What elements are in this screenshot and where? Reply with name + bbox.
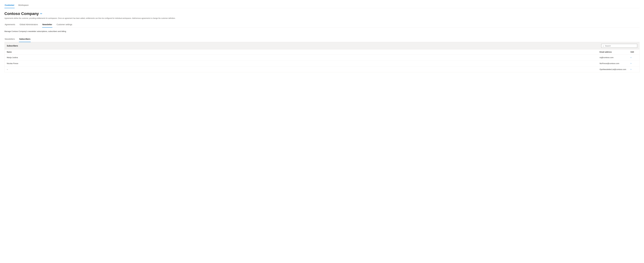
subscriber-edit-cell: › — [628, 66, 640, 72]
subscriber-edit-cell: › — [628, 55, 640, 61]
subscriber-email: mj@contoso.com — [598, 55, 628, 61]
table-row: Marija Justinamj@contoso.com› — [4, 55, 640, 61]
inner-tab-newsletters[interactable]: Newsletters — [4, 37, 15, 42]
col-header-edit: Edit — [628, 50, 640, 55]
subscriber-name: Marija Justina — [4, 55, 598, 61]
top-nav-item-customer[interactable]: Customer — [4, 3, 15, 8]
table-row: --OpsNewsletterList@contoso.com› — [4, 66, 640, 72]
section-description: Manage Contoso Company's newsletter subs… — [4, 30, 640, 32]
col-header-name: Name — [4, 50, 598, 55]
subscriber-edit-cell: › — [628, 61, 640, 66]
search-input[interactable] — [605, 45, 636, 47]
panel-header: Subscribers ⌕ — [4, 42, 640, 50]
edit-icon[interactable]: ✏ — [40, 12, 42, 15]
panel-header-title: Subscribers — [7, 45, 18, 47]
table-row: Nicolas PonceNicPonce@contoso.com› — [4, 61, 640, 66]
top-navigation: Customer Workspace — [4, 3, 640, 8]
page-title-area: Contoso Company ✏ — [4, 12, 640, 16]
table-header-row: Name Email address Edit — [4, 50, 640, 55]
search-icon: ⌕ — [603, 45, 604, 47]
subscribers-panel: Subscribers ⌕ Name Email address Edit Ma… — [4, 42, 640, 72]
secondary-nav-agreements[interactable]: Agreements — [4, 22, 15, 28]
inner-tab-subscribers[interactable]: Subscribers — [19, 37, 31, 42]
subscriber-edit-button[interactable]: › — [630, 68, 631, 71]
page-title: Contoso Company — [4, 12, 39, 16]
subscriber-email: OpsNewsletterList@contoso.com — [598, 66, 628, 72]
subscriber-name: -- — [4, 66, 598, 72]
secondary-nav-customer-settings[interactable]: Customer settings — [56, 22, 72, 28]
subscriber-name: Nicolas Ponce — [4, 61, 598, 66]
subscriber-edit-button[interactable]: › — [630, 62, 631, 65]
subscriber-email: NicPonce@contoso.com — [598, 61, 628, 66]
subscribers-table: Name Email address Edit Marija Justinamj… — [4, 50, 640, 72]
secondary-navigation: Agreements Global Administrators Newslet… — [4, 22, 640, 28]
inner-tabs: Newsletters Subscribers — [4, 37, 640, 42]
top-nav-item-workspace[interactable]: Workspace — [18, 3, 29, 8]
col-header-email: Email address — [598, 50, 628, 55]
subscriber-edit-button[interactable]: › — [630, 56, 631, 59]
secondary-nav-global-administrators[interactable]: Global Administrators — [19, 22, 38, 28]
secondary-nav-newsletter[interactable]: Newsletter — [42, 22, 52, 28]
search-box[interactable]: ⌕ — [601, 44, 637, 48]
page-description: Agreements define the customer, providin… — [4, 17, 640, 20]
